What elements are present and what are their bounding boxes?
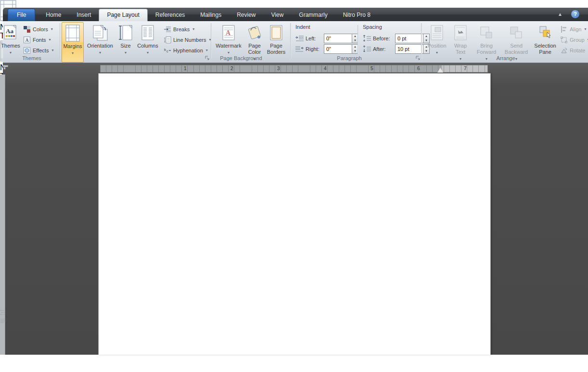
document-page[interactable] [98,73,491,355]
selection-pane-icon [537,24,553,41]
line-numbers-label: Line Numbers [173,37,206,43]
theme-fonts-icon: A [23,36,31,44]
margins-icon [64,25,81,42]
margins-button-label: Margins [63,43,82,49]
word-window: File Home Insert Page Layout References … [0,0,588,372]
size-icon [117,24,134,41]
dropdown-arrow-icon: ▾ [584,27,586,31]
columns-button[interactable]: Columns ▾ [137,22,159,62]
themes-group-label: Themes [13,55,51,61]
theme-effects-icon [23,47,31,54]
svg-text:A: A [26,37,29,43]
indent-right-input[interactable] [324,44,352,54]
tab-insert[interactable]: Insert [69,9,99,21]
hyphenation-icon: bc [164,47,171,54]
themes-button-label: Themes [1,43,20,49]
theme-fonts-label: Fonts [33,37,46,43]
position-button-label: Position [427,43,446,49]
indent-heading: Indent [295,24,310,30]
page-color-icon [246,24,263,41]
indent-right-label: Right: [306,46,322,52]
theme-colors-button[interactable]: Colors ▾ [23,24,53,34]
page-background-group-label: Page Background [210,55,272,61]
ruler-number: 2 [230,66,233,71]
indent-left-icon [295,35,304,42]
tab-mailings[interactable]: Mailings [192,9,229,21]
orientation-button-label: Orientation [87,43,113,49]
position-button: Position ▾ [424,22,449,62]
minimize-ribbon-icon[interactable]: ▲ [558,12,565,17]
rotate-label: Rotate [570,48,585,53]
svg-text:b: b [164,48,166,51]
tab-view[interactable]: View [264,9,292,21]
help-icon[interactable]: ? [571,10,579,18]
position-icon [429,24,445,41]
breaks-icon [164,25,171,33]
wrap-text-icon [452,24,469,41]
page-setup-dialog-launcher-icon[interactable] [205,56,210,61]
wrap-text-button: Wrap Text ▾ [450,22,471,62]
indent-left-input[interactable] [324,34,352,43]
svg-text:2: 2 [164,40,166,43]
right-indent-marker[interactable] [437,68,443,73]
rotate-icon [560,47,568,54]
send-backward-icon [508,24,524,41]
hyphenation-button[interactable]: bc Hyphenation ▾ [164,45,208,55]
arrange-group-label: Arrange [474,55,537,61]
hyphenation-label: Hyphenation [173,48,203,53]
dropdown-arrow-icon: ▾ [116,50,135,56]
spacing-after-control: After: ▲▼ [363,44,430,54]
ruler-number: 6 [417,66,420,71]
group-label: Group [570,37,585,43]
dropdown-arrow-icon: ▾ [51,48,53,52]
svg-text:Aa: Aa [6,27,13,35]
size-button-label: Size [120,43,130,49]
tab-home[interactable]: Home [38,9,69,21]
tab-page-layout[interactable]: Page Layout [99,9,147,21]
tab-review[interactable]: Review [229,9,263,21]
spacing-before-icon [363,35,371,42]
spacing-before-input[interactable] [395,34,423,43]
rotate-button: Rotate ▾ [560,45,588,55]
size-button[interactable]: Size ▾ [116,22,135,62]
svg-text:c: c [166,50,168,53]
paragraph-dialog-launcher-icon[interactable] [416,56,421,61]
group-objects-icon [560,36,568,44]
watermark-button-label: Watermark [216,43,241,49]
horizontal-ruler[interactable]: 1 2 3 4 5 6 7 [100,65,488,73]
tab-nitro-pro[interactable]: Nitro Pro 8 [335,9,378,21]
theme-effects-button[interactable]: Effects ▾ [23,45,53,55]
ribbon: Aa Themes ▾ Colors ▾ A [3,21,588,63]
spacing-before-control: Before: ▲▼ [363,34,430,43]
breaks-button[interactable]: Breaks ▾ [164,24,194,34]
tab-references[interactable]: References [148,9,192,21]
theme-colors-label: Colors [33,26,48,32]
page-color-button-label: Page Color [248,43,261,55]
spacing-after-input[interactable] [395,44,423,54]
dropdown-arrow-icon: ▾ [62,50,83,56]
line-numbers-icon: 12 [164,36,171,44]
tab-grammarly[interactable]: Grammarly [291,9,335,21]
tab-file[interactable]: File [8,9,35,21]
themes-icon: Aa [2,24,19,41]
orientation-icon [92,24,108,41]
selection-pane-button-label: Selection Pane [534,43,556,55]
columns-icon [140,24,156,41]
page-borders-icon [268,24,284,41]
theme-fonts-button[interactable]: A Fonts ▾ [23,35,51,45]
ruler-number: 1 [184,66,187,71]
indent-right-icon [295,46,304,53]
theme-effects-label: Effects [33,48,49,53]
dropdown-arrow-icon: ▾ [87,50,114,56]
dropdown-arrow-icon: ▾ [424,50,449,56]
orientation-button[interactable]: Orientation ▾ [87,22,114,62]
indent-left-label: Left: [306,36,322,41]
send-backward-button-label: Send Backward [505,43,528,55]
bring-forward-icon [478,24,495,41]
page-borders-button-label: Page Borders [267,43,286,55]
margins-button[interactable]: Margins ▾ [62,22,84,62]
line-numbers-button[interactable]: 12 Line Numbers ▾ [164,35,211,45]
svg-text:A: A [226,29,231,37]
paragraph-group-label: Paragraph [318,55,381,61]
ruler-number: 5 [371,66,373,71]
